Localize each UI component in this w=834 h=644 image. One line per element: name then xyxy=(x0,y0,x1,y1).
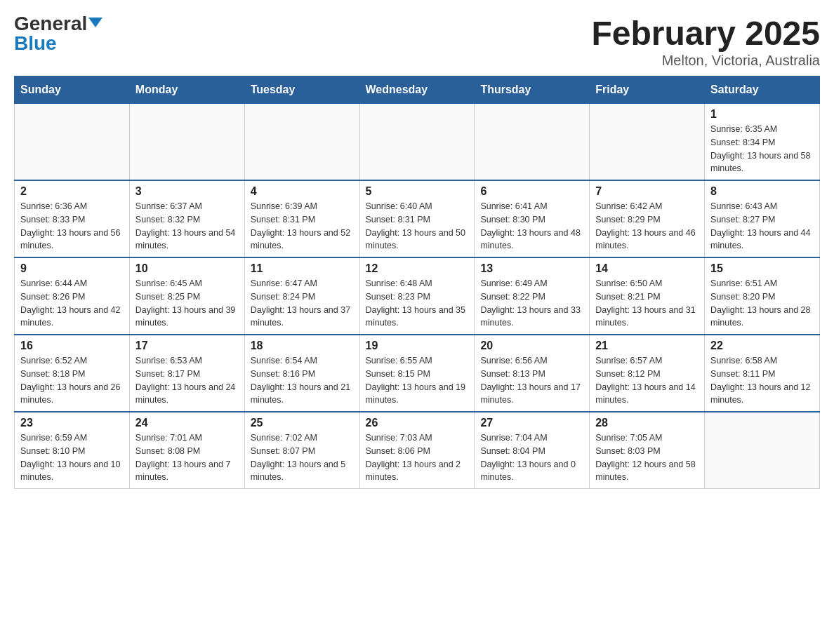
day-number: 2 xyxy=(20,185,124,198)
calendar-cell: 14Sunrise: 6:50 AM Sunset: 8:21 PM Dayli… xyxy=(590,257,705,335)
day-info: Sunrise: 6:52 AM Sunset: 8:18 PM Dayligh… xyxy=(20,354,124,407)
calendar-cell: 9Sunrise: 6:44 AM Sunset: 8:26 PM Daylig… xyxy=(15,257,130,335)
day-number: 22 xyxy=(710,340,814,352)
day-info: Sunrise: 6:37 AM Sunset: 8:32 PM Dayligh… xyxy=(135,200,239,253)
calendar-cell xyxy=(15,104,130,181)
calendar-table: SundayMondayTuesdayWednesdayThursdayFrid… xyxy=(14,76,820,489)
logo-blue-text: Blue xyxy=(14,34,57,53)
day-number: 24 xyxy=(135,417,239,429)
calendar-cell: 10Sunrise: 6:45 AM Sunset: 8:25 PM Dayli… xyxy=(129,257,244,335)
day-info: Sunrise: 6:36 AM Sunset: 8:33 PM Dayligh… xyxy=(20,200,124,253)
logo-general: General xyxy=(14,13,87,34)
calendar-cell: 21Sunrise: 6:57 AM Sunset: 8:12 PM Dayli… xyxy=(590,335,705,412)
day-number: 11 xyxy=(251,262,354,275)
weekday-header-tuesday: Tuesday xyxy=(244,76,359,104)
calendar-cell xyxy=(129,104,244,181)
day-number: 10 xyxy=(135,262,239,275)
day-info: Sunrise: 6:42 AM Sunset: 8:29 PM Dayligh… xyxy=(595,200,699,253)
day-info: Sunrise: 6:40 AM Sunset: 8:31 PM Dayligh… xyxy=(366,200,469,253)
calendar-cell xyxy=(590,104,705,181)
day-number: 7 xyxy=(595,185,699,198)
day-number: 9 xyxy=(20,262,124,275)
day-info: Sunrise: 6:35 AM Sunset: 8:34 PM Dayligh… xyxy=(710,123,814,175)
calendar-cell: 26Sunrise: 7:03 AM Sunset: 8:06 PM Dayli… xyxy=(359,412,475,489)
calendar-cell: 7Sunrise: 6:42 AM Sunset: 8:29 PM Daylig… xyxy=(590,180,705,257)
calendar-cell: 4Sunrise: 6:39 AM Sunset: 8:31 PM Daylig… xyxy=(244,180,359,257)
day-number: 15 xyxy=(710,262,814,275)
day-number: 17 xyxy=(135,340,239,352)
calendar-cell: 20Sunrise: 6:56 AM Sunset: 8:13 PM Dayli… xyxy=(475,335,590,412)
day-number: 19 xyxy=(366,340,469,352)
day-info: Sunrise: 6:51 AM Sunset: 8:20 PM Dayligh… xyxy=(710,277,814,330)
calendar-cell: 17Sunrise: 6:53 AM Sunset: 8:17 PM Dayli… xyxy=(129,335,244,412)
day-info: Sunrise: 6:58 AM Sunset: 8:11 PM Dayligh… xyxy=(710,354,814,407)
weekday-header-row: SundayMondayTuesdayWednesdayThursdayFrid… xyxy=(15,76,820,104)
calendar-cell xyxy=(705,412,820,489)
calendar-cell: 15Sunrise: 6:51 AM Sunset: 8:20 PM Dayli… xyxy=(705,257,820,335)
calendar-cell: 27Sunrise: 7:04 AM Sunset: 8:04 PM Dayli… xyxy=(475,412,590,489)
day-number: 5 xyxy=(366,185,469,198)
day-number: 1 xyxy=(710,108,814,121)
day-number: 25 xyxy=(251,417,354,429)
day-info: Sunrise: 6:39 AM Sunset: 8:31 PM Dayligh… xyxy=(251,200,354,253)
page-header: General Blue February 2025 Melton, Victo… xyxy=(14,14,820,69)
day-info: Sunrise: 6:53 AM Sunset: 8:17 PM Dayligh… xyxy=(135,354,239,407)
calendar-cell: 28Sunrise: 7:05 AM Sunset: 8:03 PM Dayli… xyxy=(590,412,705,489)
week-row-3: 16Sunrise: 6:52 AM Sunset: 8:18 PM Dayli… xyxy=(15,335,820,412)
day-number: 4 xyxy=(251,185,354,198)
week-row-2: 9Sunrise: 6:44 AM Sunset: 8:26 PM Daylig… xyxy=(15,257,820,335)
weekday-header-sunday: Sunday xyxy=(15,76,130,104)
calendar-cell: 23Sunrise: 6:59 AM Sunset: 8:10 PM Dayli… xyxy=(15,412,130,489)
day-info: Sunrise: 6:44 AM Sunset: 8:26 PM Dayligh… xyxy=(20,277,124,330)
day-info: Sunrise: 6:45 AM Sunset: 8:25 PM Dayligh… xyxy=(135,277,239,330)
logo-triangle-icon xyxy=(88,18,102,27)
logo: General Blue xyxy=(14,14,102,53)
calendar-cell: 5Sunrise: 6:40 AM Sunset: 8:31 PM Daylig… xyxy=(359,180,475,257)
logo-text: General xyxy=(14,14,102,34)
location: Melton, Victoria, Australia xyxy=(591,53,820,69)
calendar-cell: 8Sunrise: 6:43 AM Sunset: 8:27 PM Daylig… xyxy=(705,180,820,257)
calendar-cell: 2Sunrise: 6:36 AM Sunset: 8:33 PM Daylig… xyxy=(15,180,130,257)
day-number: 12 xyxy=(366,262,469,275)
day-number: 27 xyxy=(480,417,583,429)
weekday-header-friday: Friday xyxy=(590,76,705,104)
day-number: 3 xyxy=(135,185,239,198)
day-info: Sunrise: 7:05 AM Sunset: 8:03 PM Dayligh… xyxy=(595,431,699,484)
day-number: 20 xyxy=(480,340,583,352)
day-info: Sunrise: 6:47 AM Sunset: 8:24 PM Dayligh… xyxy=(251,277,354,330)
calendar-cell xyxy=(244,104,359,181)
calendar-cell xyxy=(359,104,475,181)
day-info: Sunrise: 6:56 AM Sunset: 8:13 PM Dayligh… xyxy=(480,354,583,407)
month-title: February 2025 xyxy=(591,14,820,53)
calendar-cell: 24Sunrise: 7:01 AM Sunset: 8:08 PM Dayli… xyxy=(129,412,244,489)
calendar-cell: 1Sunrise: 6:35 AM Sunset: 8:34 PM Daylig… xyxy=(705,104,820,181)
weekday-header-thursday: Thursday xyxy=(475,76,590,104)
week-row-0: 1Sunrise: 6:35 AM Sunset: 8:34 PM Daylig… xyxy=(15,104,820,181)
day-number: 8 xyxy=(710,185,814,198)
day-number: 21 xyxy=(595,340,699,352)
weekday-header-saturday: Saturday xyxy=(705,76,820,104)
calendar-cell: 3Sunrise: 6:37 AM Sunset: 8:32 PM Daylig… xyxy=(129,180,244,257)
day-number: 23 xyxy=(20,417,124,429)
day-info: Sunrise: 6:57 AM Sunset: 8:12 PM Dayligh… xyxy=(595,354,699,407)
day-info: Sunrise: 6:49 AM Sunset: 8:22 PM Dayligh… xyxy=(480,277,583,330)
day-number: 6 xyxy=(480,185,583,198)
calendar-cell: 22Sunrise: 6:58 AM Sunset: 8:11 PM Dayli… xyxy=(705,335,820,412)
day-number: 28 xyxy=(595,417,699,429)
weekday-header-monday: Monday xyxy=(129,76,244,104)
day-info: Sunrise: 6:43 AM Sunset: 8:27 PM Dayligh… xyxy=(710,200,814,253)
calendar-cell xyxy=(475,104,590,181)
calendar-cell: 11Sunrise: 6:47 AM Sunset: 8:24 PM Dayli… xyxy=(244,257,359,335)
day-info: Sunrise: 7:02 AM Sunset: 8:07 PM Dayligh… xyxy=(251,431,354,484)
day-info: Sunrise: 6:54 AM Sunset: 8:16 PM Dayligh… xyxy=(251,354,354,407)
day-info: Sunrise: 6:41 AM Sunset: 8:30 PM Dayligh… xyxy=(480,200,583,253)
day-info: Sunrise: 7:04 AM Sunset: 8:04 PM Dayligh… xyxy=(480,431,583,484)
calendar-cell: 25Sunrise: 7:02 AM Sunset: 8:07 PM Dayli… xyxy=(244,412,359,489)
week-row-4: 23Sunrise: 6:59 AM Sunset: 8:10 PM Dayli… xyxy=(15,412,820,489)
week-row-1: 2Sunrise: 6:36 AM Sunset: 8:33 PM Daylig… xyxy=(15,180,820,257)
day-info: Sunrise: 6:50 AM Sunset: 8:21 PM Dayligh… xyxy=(595,277,699,330)
day-info: Sunrise: 7:03 AM Sunset: 8:06 PM Dayligh… xyxy=(366,431,469,484)
day-number: 14 xyxy=(595,262,699,275)
day-info: Sunrise: 7:01 AM Sunset: 8:08 PM Dayligh… xyxy=(135,431,239,484)
calendar-cell: 13Sunrise: 6:49 AM Sunset: 8:22 PM Dayli… xyxy=(475,257,590,335)
